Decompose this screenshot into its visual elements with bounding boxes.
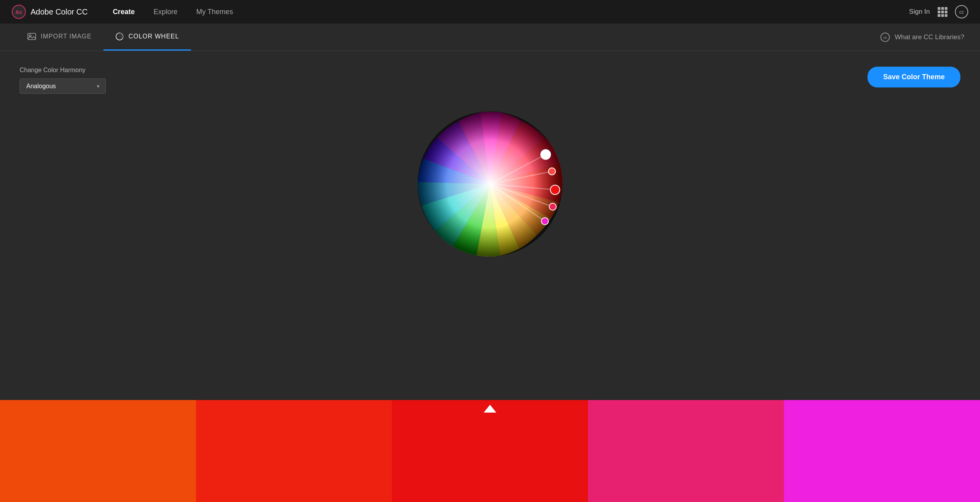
svg-text:cc: cc: [884, 36, 887, 40]
brand: Ac Adobe Color CC: [12, 5, 88, 19]
swatch-2[interactable]: [196, 400, 392, 502]
nav-create[interactable]: Create: [103, 0, 144, 24]
main-content: Change Color Harmony Analogous Monochrom…: [0, 51, 980, 502]
harmony-label: Change Color Harmony: [20, 67, 106, 74]
nav-my-themes[interactable]: My Themes: [187, 0, 243, 24]
svg-point-20: [550, 185, 560, 195]
adobe-logo: Ac: [12, 5, 26, 19]
svg-rect-4: [28, 33, 36, 40]
import-image-icon: [27, 32, 36, 41]
save-color-theme-button[interactable]: Save Color Theme: [867, 67, 960, 87]
swatch-1[interactable]: [0, 400, 196, 502]
svg-point-22: [541, 218, 548, 225]
harmony-select[interactable]: Analogous Monochromatic Triad Complement…: [20, 78, 106, 94]
svg-point-19: [548, 168, 555, 175]
top-nav: Ac Adobe Color CC Create Explore My Them…: [0, 0, 980, 24]
svg-text:cc: cc: [959, 9, 964, 15]
swatch-4[interactable]: [588, 400, 784, 502]
cc-libraries-link[interactable]: cc What are CC Libraries?: [880, 33, 964, 42]
svg-point-18: [541, 150, 550, 159]
color-wheel-container[interactable]: [416, 109, 564, 258]
swatches-row: [0, 400, 980, 502]
swatch-indicator: [484, 405, 496, 413]
harmony-select-wrapper: Analogous Monochromatic Triad Complement…: [20, 78, 106, 94]
color-wheel-svg: [416, 109, 564, 258]
brand-title: Adobe Color CC: [31, 7, 88, 16]
tab-import-image[interactable]: IMPORT IMAGE: [16, 24, 103, 51]
svg-point-21: [549, 203, 556, 210]
sign-in-button[interactable]: Sign In: [909, 8, 930, 16]
controls-row: Change Color Harmony Analogous Monochrom…: [20, 67, 960, 94]
sub-nav: IMPORT IMAGE COLOR WHEEL cc What are CC …: [0, 24, 980, 51]
color-wheel-icon: [115, 32, 124, 41]
nav-links: Create Explore My Themes: [103, 0, 909, 24]
nav-right: Sign In cc: [909, 5, 968, 18]
sub-tabs: IMPORT IMAGE COLOR WHEEL: [16, 24, 191, 51]
swatch-5[interactable]: [784, 400, 980, 502]
nav-explore[interactable]: Explore: [144, 0, 187, 24]
tab-color-wheel[interactable]: COLOR WHEEL: [103, 24, 191, 51]
svg-text:Ac: Ac: [15, 9, 22, 15]
cc-logo-icon[interactable]: cc: [955, 5, 968, 18]
harmony-section: Change Color Harmony Analogous Monochrom…: [20, 67, 106, 94]
apps-grid-icon[interactable]: [938, 7, 947, 16]
cc-libraries-icon: cc: [880, 33, 890, 42]
swatch-3[interactable]: [392, 400, 588, 502]
wheel-area: [20, 109, 960, 258]
svg-point-7: [118, 35, 121, 38]
